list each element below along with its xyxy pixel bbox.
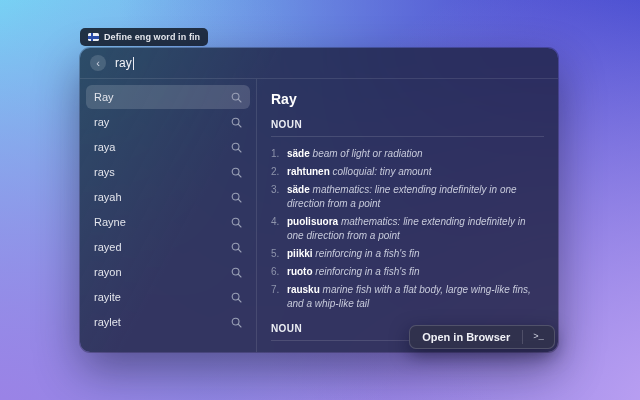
search-icon xyxy=(231,192,242,203)
launcher-window: ‹ ray RayrayrayaraysrayahRaynerayedrayon… xyxy=(80,48,558,352)
list-item-label: raya xyxy=(94,141,115,153)
translation-term: ruoto xyxy=(287,266,313,277)
entry-number: 6. xyxy=(271,265,287,279)
list-item-label: Ray xyxy=(94,91,114,103)
list-item[interactable]: Rayne xyxy=(86,210,250,234)
list-item-label: rays xyxy=(94,166,115,178)
action-bar: Open in Browser >_ xyxy=(409,325,555,349)
entry-definition: mathematics: line extending indefinitely… xyxy=(287,184,517,209)
back-button[interactable]: ‹ xyxy=(90,55,106,71)
list-item[interactable]: raylet xyxy=(86,310,250,334)
definition-section: NOUN1.säde beam of light or radiation2.r… xyxy=(271,119,544,311)
list-item[interactable]: Ray xyxy=(86,85,250,109)
definition-entry: 2.rahtunen colloquial: tiny amount xyxy=(271,165,544,179)
list-item-label: rayite xyxy=(94,291,121,303)
entry-definition: reinforcing in a fish's fin xyxy=(315,266,419,277)
search-input[interactable]: ray xyxy=(115,56,134,70)
entry-number: 1. xyxy=(271,147,287,161)
search-icon xyxy=(231,92,242,103)
definition-entry: 6.ruoto reinforcing in a fish's fin xyxy=(271,265,544,279)
search-bar[interactable]: ‹ ray xyxy=(80,48,558,79)
list-item[interactable]: rayite xyxy=(86,285,250,309)
list-item[interactable]: rayed xyxy=(86,235,250,259)
translation-term: rausku xyxy=(287,284,320,295)
definition-entry: 4.puolisuora mathematics: line extending… xyxy=(271,215,544,243)
command-tag-label: Define eng word in fin xyxy=(104,32,200,42)
open-in-browser-button[interactable]: Open in Browser xyxy=(410,326,522,348)
search-icon xyxy=(231,167,242,178)
search-icon xyxy=(231,242,242,253)
text-caret xyxy=(133,57,134,70)
entry-definition: marine fish with a flat body, large wing… xyxy=(287,284,531,309)
search-icon xyxy=(231,317,242,328)
definition-entry: 1.säde beam of light or radiation xyxy=(271,147,544,161)
list-item[interactable]: rayon xyxy=(86,260,250,284)
search-icon xyxy=(231,292,242,303)
entry-number: 2. xyxy=(271,165,287,179)
definition-entry: 7.rausku marine fish with a flat body, l… xyxy=(271,283,544,311)
results-list: RayrayrayaraysrayahRaynerayedrayonrayite… xyxy=(80,79,256,352)
translation-term: säde xyxy=(287,148,310,159)
definition-paragraph: A beam of light or radiation xyxy=(271,351,544,352)
list-item-label: Rayne xyxy=(94,216,126,228)
list-item[interactable]: rayah xyxy=(86,185,250,209)
definition-entry: 3.säde mathematics: line extending indef… xyxy=(271,183,544,211)
search-icon xyxy=(231,267,242,278)
list-item-label: ray xyxy=(94,116,109,128)
finland-flag-icon xyxy=(88,33,99,41)
section-divider xyxy=(271,136,544,137)
translation-term: rahtunen xyxy=(287,166,330,177)
translation-term: puolisuora xyxy=(287,216,338,227)
search-icon xyxy=(231,142,242,153)
detail-pane: Ray NOUN1.säde beam of light or radiatio… xyxy=(256,79,558,352)
translation-term: piikki xyxy=(287,248,313,259)
translation-term: säde xyxy=(287,184,310,195)
chevron-left-icon: ‹ xyxy=(96,57,100,68)
entry-definition: beam of light or radiation xyxy=(313,148,423,159)
list-item[interactable]: ray xyxy=(86,110,250,134)
entry-number: 5. xyxy=(271,247,287,261)
search-icon xyxy=(231,117,242,128)
part-of-speech-heading: NOUN xyxy=(271,119,544,130)
definition-entry: 5.piikki reinforcing in a fish's fin xyxy=(271,247,544,261)
entry-number: 4. xyxy=(271,215,287,243)
search-icon xyxy=(231,217,242,228)
list-item[interactable]: rays xyxy=(86,160,250,184)
entry-number: 3. xyxy=(271,183,287,211)
list-item-label: rayah xyxy=(94,191,122,203)
terminal-icon[interactable]: >_ xyxy=(523,326,554,348)
list-item-label: rayed xyxy=(94,241,122,253)
entry-definition: reinforcing in a fish's fin xyxy=(315,248,419,259)
list-item-label: raylet xyxy=(94,316,121,328)
list-item[interactable]: raya xyxy=(86,135,250,159)
search-query-text: ray xyxy=(115,56,132,70)
command-tag[interactable]: Define eng word in fin xyxy=(80,28,208,46)
detail-title: Ray xyxy=(271,91,544,107)
entry-number: 7. xyxy=(271,283,287,311)
entry-definition: colloquial: tiny amount xyxy=(333,166,432,177)
list-item-label: rayon xyxy=(94,266,122,278)
